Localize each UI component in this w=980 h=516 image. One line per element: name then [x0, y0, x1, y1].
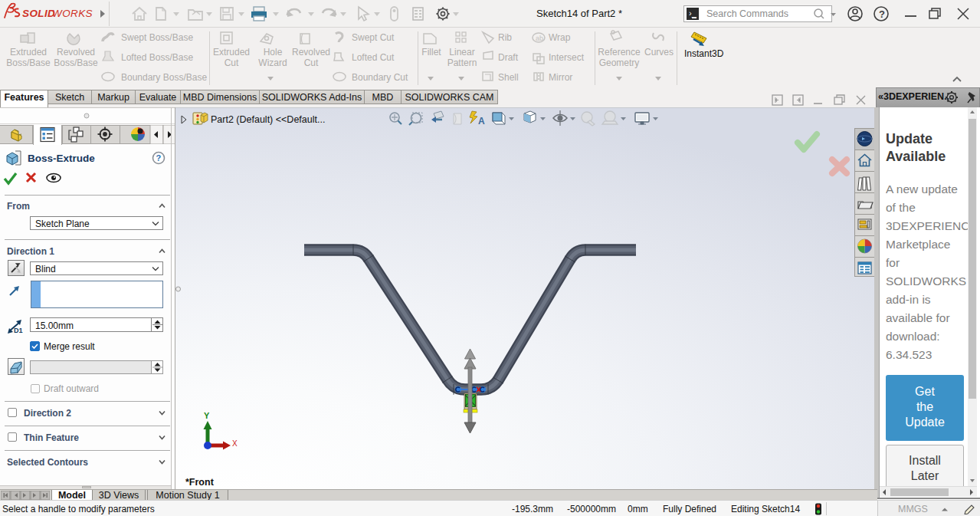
svg-text:D1: D1	[14, 327, 23, 334]
svg-text:SOLID: SOLID	[22, 8, 55, 19]
svg-text:A: A	[478, 116, 485, 127]
svg-text:X: X	[232, 439, 238, 448]
svg-text:?: ?	[156, 153, 162, 163]
svg-text:Part2 (Default) <<Default...: Part2 (Default) <<Default...	[211, 114, 325, 125]
svg-text:WORKS: WORKS	[52, 8, 93, 19]
svg-text:ab: ab	[536, 35, 543, 42]
svg-text:*Front: *Front	[185, 477, 215, 488]
svg-text:?: ?	[879, 8, 885, 20]
svg-text:Y: Y	[204, 411, 210, 420]
